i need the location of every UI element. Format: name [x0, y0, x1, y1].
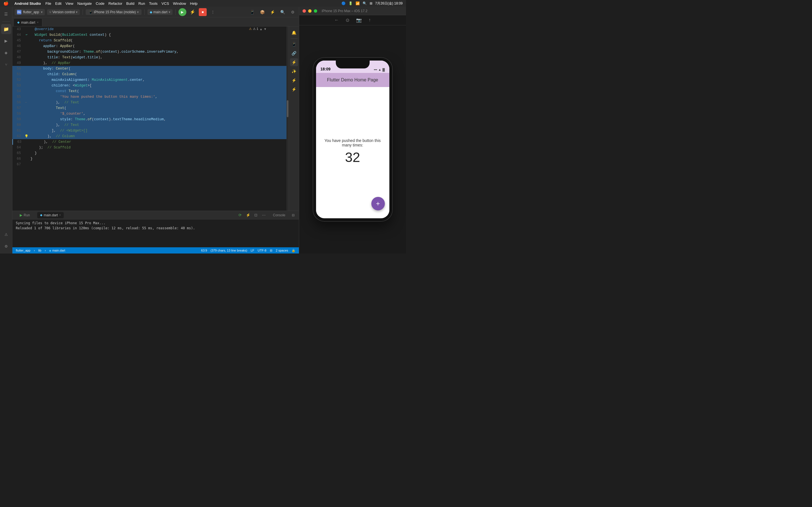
- more-options-button[interactable]: ⋮: [209, 8, 217, 16]
- flutter-inspector-icon[interactable]: ⚡: [290, 58, 298, 66]
- status-indent[interactable]: 2 spaces: [276, 249, 288, 252]
- code-line-63: 63 ), // Center: [12, 139, 287, 145]
- device-selector[interactable]: 📱 iPhone 15 Pro Max (mobile) ▾: [86, 9, 142, 15]
- code-line-60: 60 ), // Text: [12, 122, 287, 128]
- status-file[interactable]: ◆ main.dart: [49, 249, 65, 252]
- layout-toggle-icon[interactable]: ⊟: [290, 212, 297, 219]
- phone-home-icon[interactable]: ⊙: [346, 17, 349, 23]
- menu-build[interactable]: Build: [126, 1, 135, 6]
- code-line-49: 49 ), // AppBar: [12, 60, 287, 66]
- console-line-2: Reloaded 1 of 706 libraries in 120ms (co…: [16, 226, 296, 231]
- flutter-outline-icon[interactable]: ⚡: [290, 76, 298, 84]
- battery-icon: 🔋: [349, 1, 353, 5]
- ide-toolbar: FA flutter_app ▾ ⑂ Version control ▾ 📱 i…: [12, 7, 299, 17]
- menu-edit[interactable]: Edit: [55, 1, 61, 6]
- menu-vcs[interactable]: VCS: [161, 1, 169, 6]
- bottom-tab-main-dart[interactable]: ◆ main.dart ×: [37, 212, 64, 218]
- warning-nav-down[interactable]: ▼: [264, 27, 267, 31]
- status-chars[interactable]: (379 chars, 13 line breaks): [211, 249, 247, 252]
- menu-items: File Edit View Navigate Code Refactor Bu…: [45, 1, 198, 6]
- control-center-icon[interactable]: ⊞: [370, 1, 372, 5]
- code-line-65: 65 }: [12, 151, 287, 156]
- phone-fab-button[interactable]: +: [371, 197, 385, 210]
- dart-file-icon: ◆: [150, 10, 152, 14]
- menu-refactor[interactable]: Refactor: [109, 1, 122, 6]
- tab-close-button[interactable]: ×: [37, 21, 39, 24]
- phone-maximize-dot[interactable]: [314, 9, 317, 13]
- status-project[interactable]: flutter_app: [16, 249, 31, 252]
- app-name[interactable]: Android Studio: [14, 1, 41, 6]
- menu-help[interactable]: Help: [190, 1, 198, 6]
- git-icon[interactable]: ⑂: [1, 59, 11, 69]
- bottom-tab-run[interactable]: ▶ Run: [17, 212, 33, 218]
- console-label: Console: [271, 213, 288, 217]
- phone-minimize-dot[interactable]: [308, 9, 312, 13]
- device-preview-icon[interactable]: 📱: [290, 40, 298, 48]
- status-lib[interactable]: lib: [38, 249, 42, 252]
- bookmark-icon[interactable]: 🔗: [290, 49, 298, 57]
- code-line-67: 67: [12, 162, 287, 167]
- vcs-label: Version control: [52, 10, 75, 14]
- vcs-selector[interactable]: ⑂ Version control ▾: [47, 9, 80, 15]
- dart-status-icon: ◆: [49, 249, 51, 252]
- bottom-tab-close[interactable]: ×: [59, 214, 61, 217]
- settings-icon[interactable]: ⚙: [289, 8, 297, 16]
- warning-count: ⚠ 1: [253, 27, 258, 31]
- lightning-icon[interactable]: ⚡: [268, 8, 276, 16]
- hot-restart-icon[interactable]: ⚡: [245, 212, 252, 219]
- run-config-selector[interactable]: ◆ main.dart ▾: [147, 9, 172, 15]
- search-everywhere-icon[interactable]: 🔍: [278, 8, 287, 16]
- phone-share-icon[interactable]: ↑: [368, 17, 371, 23]
- device-manager-icon[interactable]: 📱: [248, 8, 256, 16]
- console-more-icon[interactable]: ⋯: [260, 212, 267, 219]
- sdk-manager-icon[interactable]: 📦: [258, 8, 266, 16]
- project-files-icon[interactable]: 📁: [1, 24, 11, 34]
- bottom-tabs: ▶ Run ◆ main.dart × ⟳ ⚡ ⊡ ⋯ Console ⊟: [12, 211, 299, 219]
- stop-run-icon[interactable]: ⊡: [253, 212, 259, 219]
- settings-icon[interactable]: ⚙: [1, 241, 11, 251]
- run-button[interactable]: ▶: [179, 8, 186, 16]
- menu-window[interactable]: Window: [173, 1, 186, 6]
- menu-view[interactable]: View: [65, 1, 73, 6]
- phone-close-dot[interactable]: [303, 9, 306, 13]
- search-icon[interactable]: 🔍: [363, 1, 367, 5]
- warning-nav-up[interactable]: ▲: [259, 27, 262, 31]
- scrollbar-thumb[interactable]: [287, 100, 289, 117]
- phone-title: iPhone 15 Pro Max – iOS 17.2: [322, 9, 367, 13]
- bottom-tab-dart-label: main.dart: [44, 213, 58, 217]
- phone-frame: 18:09 ••• ▲ ▓ Flutter Demo Home Page You…: [313, 58, 392, 221]
- dart-analysis-icon[interactable]: ⚡: [290, 86, 298, 93]
- status-position[interactable]: 63:9: [201, 249, 207, 252]
- editor-tab-main-dart[interactable]: ◆ main.dart ×: [13, 18, 42, 26]
- menu-tools[interactable]: Tools: [149, 1, 158, 6]
- project-selector[interactable]: FA flutter_app ▾: [15, 9, 45, 15]
- run-tab-icon: ▶: [20, 213, 22, 217]
- ai-assist-icon[interactable]: ✨: [290, 67, 298, 75]
- notifications-icon[interactable]: 🔔: [290, 29, 298, 37]
- apple-menu[interactable]: 🍎: [3, 1, 9, 6]
- hot-reload-button[interactable]: ⚡: [189, 8, 197, 16]
- menu-file[interactable]: File: [45, 1, 51, 6]
- phone-back-icon[interactable]: ←: [335, 17, 339, 23]
- run-debug-icon[interactable]: ▶: [1, 36, 11, 46]
- code-line-46: 46 appBar: AppBar(: [12, 43, 287, 49]
- status-lock-icon[interactable]: 🔒: [292, 249, 296, 252]
- run-restart-icon[interactable]: ⟳: [237, 212, 244, 219]
- stop-button[interactable]: ■: [199, 8, 207, 16]
- editor-area: FA flutter_app ▾ ⑂ Version control ▾ 📱 i…: [12, 7, 299, 253]
- phone-screenshot-icon[interactable]: 📷: [356, 17, 362, 23]
- hamburger-menu-icon[interactable]: ☰: [1, 9, 11, 19]
- code-line-56: 56 — ), // Text: [12, 100, 287, 105]
- run-panel-header: ▶ Run: [15, 212, 35, 218]
- editor-scrollbar[interactable]: [287, 26, 289, 211]
- activity-bar: ☰ 📁 ▶ ◈ ⑂ ⚠ ⚙: [0, 7, 12, 253]
- warnings-icon[interactable]: ⚠: [1, 229, 11, 239]
- structure-icon[interactable]: ◈: [1, 48, 11, 58]
- menu-code[interactable]: Code: [96, 1, 105, 6]
- status-lf[interactable]: LF: [251, 249, 254, 252]
- code-editor[interactable]: ⚠ ⚠ 1 ▲ ▼ 43 @override 44 ↩ Widget build…: [12, 26, 287, 211]
- menu-navigate[interactable]: Navigate: [77, 1, 92, 6]
- status-sep1: ›: [34, 249, 35, 252]
- menu-run[interactable]: Run: [139, 1, 145, 6]
- status-encoding[interactable]: UTF-8: [258, 249, 266, 252]
